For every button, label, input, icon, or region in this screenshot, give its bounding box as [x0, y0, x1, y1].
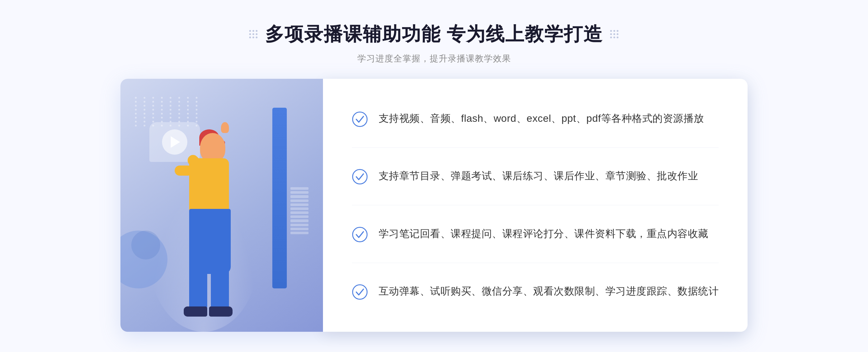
person-figure	[142, 122, 258, 332]
feature-item-3: 学习笔记回看、课程提问、课程评论打分、课件资料下载，重点内容收藏	[352, 219, 719, 250]
person-shoe-left	[184, 306, 207, 317]
feature-item-4: 互动弹幕、试听购买、微信分享、观看次数限制、学习进度跟踪、数据统计	[352, 276, 719, 307]
features-area: 支持视频、音频、flash、word、excel、ppt、pdf等各种格式的资源…	[323, 79, 748, 332]
feature-text-1: 支持视频、音频、flash、word、excel、ppt、pdf等各种格式的资源…	[379, 111, 704, 127]
feature-item-2: 支持章节目录、弹题考试、课后练习、课后作业、章节测验、批改作业	[352, 161, 719, 192]
check-circle-icon-1	[352, 111, 368, 127]
check-circle-icon-2	[352, 169, 368, 185]
svg-point-2	[353, 227, 367, 242]
svg-point-0	[353, 112, 367, 126]
person-leg-left	[189, 263, 207, 310]
feature-text-2: 支持章节目录、弹题考试、课后练习、课后作业、章节测验、批改作业	[379, 168, 698, 184]
subtitle: 学习进度全掌握，提升录播课教学效果	[0, 53, 868, 64]
blue-panel	[272, 108, 287, 288]
title-row: 多项录播课辅助功能 专为线上教学打造	[0, 22, 868, 47]
svg-point-1	[353, 169, 367, 184]
feature-text-3: 学习笔记回看、课程提问、课程评论打分、课件资料下载，重点内容收藏	[379, 226, 709, 242]
person-shoe-right	[209, 306, 233, 317]
separator-3	[352, 263, 719, 263]
title-dots-right	[610, 30, 619, 39]
illustration-area	[120, 79, 323, 332]
page-container: 多项录播课辅助功能 专为线上教学打造 学习进度全掌握，提升录播课教学效果 »	[0, 0, 868, 352]
separator-1	[352, 147, 719, 148]
deco-stripes	[290, 187, 309, 234]
person-leg-right	[211, 263, 229, 310]
check-circle-icon-3	[352, 227, 368, 242]
card-wrapper: 支持视频、音频、flash、word、excel、ppt、pdf等各种格式的资源…	[120, 79, 748, 332]
person-arm-left	[175, 166, 193, 176]
title-dots-left	[249, 30, 258, 39]
main-title: 多项录播课辅助功能 专为线上教学打造	[265, 22, 603, 47]
svg-point-3	[353, 285, 367, 299]
person-head	[200, 133, 225, 162]
person-body	[189, 158, 229, 213]
separator-2	[352, 205, 719, 205]
feature-text-4: 互动弹幕、试听购买、微信分享、观看次数限制、学习进度跟踪、数据统计	[379, 283, 719, 300]
person-hand	[221, 122, 229, 133]
feature-item-1: 支持视频、音频、flash、word、excel、ppt、pdf等各种格式的资源…	[352, 103, 719, 134]
header-section: 多项录播课辅助功能 专为线上教学打造 学习进度全掌握，提升录播课教学效果	[0, 0, 868, 64]
check-circle-icon-4	[352, 284, 368, 300]
